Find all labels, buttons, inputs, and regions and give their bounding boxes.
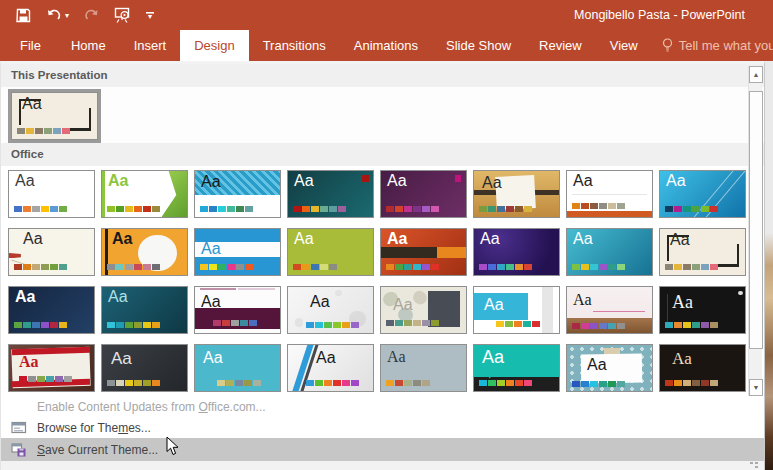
theme-thumbnail-office-27[interactable]: Aa [194, 344, 281, 392]
undo-dropdown-caret[interactable]: ▾ [65, 11, 69, 20]
color-swatch [143, 380, 151, 386]
color-swatch [32, 206, 40, 212]
color-swatch [231, 320, 239, 326]
theme-thumbnail-office-22[interactable]: Aa [473, 286, 560, 334]
theme-thumbnail-office-14[interactable]: Aa [473, 228, 560, 276]
theme-aa-sample: Aa [201, 174, 221, 190]
color-swatch [395, 264, 403, 270]
color-swatch [701, 264, 709, 270]
current-theme-selected[interactable]: Aa [8, 89, 101, 143]
color-swatch [218, 206, 226, 212]
theme-thumbnail-office-20[interactable]: Aa [287, 286, 374, 334]
color-swatch [581, 264, 589, 270]
theme-decor-shape [593, 311, 646, 312]
theme-aa-sample: Aa [393, 297, 413, 313]
color-swatch [209, 264, 217, 270]
theme-aa-sample: Aa [387, 349, 406, 365]
theme-decor-shape [162, 171, 188, 217]
theme-thumbnail-office-4[interactable]: Aa [287, 170, 374, 218]
theme-thumbnail-office-2[interactable]: Aa [101, 170, 188, 218]
tab-design[interactable]: Design [180, 30, 248, 61]
theme-thumbnail-office-30[interactable]: Aa [473, 344, 560, 392]
section-header-this-presentation: This Presentation [1, 64, 764, 87]
theme-color-swatches [479, 206, 532, 212]
theme-thumbnail-office-17[interactable]: Aa [8, 286, 95, 334]
theme-thumbnail-office-7[interactable]: Aa [566, 170, 653, 218]
scroll-down-button[interactable]: ▼ [749, 379, 763, 396]
theme-thumbnail-office-15[interactable]: Aa [566, 228, 653, 276]
theme-thumbnail-office-28[interactable]: Aa [287, 344, 374, 392]
theme-thumbnail-office-29[interactable]: Aa [380, 344, 467, 392]
tab-transitions[interactable]: Transitions [249, 30, 340, 61]
theme-thumbnail-office-6[interactable]: Aa [473, 170, 560, 218]
color-swatch [608, 264, 616, 270]
theme-thumbnail-office-13[interactable]: Aa [380, 228, 467, 276]
theme-thumbnail-office-26[interactable]: Aa [101, 344, 188, 392]
color-swatch [143, 322, 151, 328]
color-swatch [479, 380, 487, 386]
color-swatch [413, 380, 421, 386]
theme-thumbnail-office-5[interactable]: Aa [380, 170, 467, 218]
color-swatch [14, 264, 22, 270]
theme-thumbnail-office-11[interactable]: Aa [194, 228, 281, 276]
theme-aa-sample: Aa [310, 294, 330, 310]
theme-thumbnail-office-12[interactable]: Aa [287, 228, 374, 276]
color-swatch [116, 380, 124, 386]
start-from-beginning-icon[interactable] [114, 7, 131, 23]
color-swatch [244, 380, 252, 386]
scroll-up-button[interactable]: ▲ [749, 66, 763, 83]
theme-thumbnail-office-24[interactable]: Aa [659, 286, 746, 334]
theme-thumbnail-office-21[interactable]: Aa [380, 286, 467, 334]
section-header-office: Office [1, 143, 764, 166]
gallery-scrollbar[interactable]: ▲ ▼ [748, 66, 762, 396]
tab-view[interactable]: View [596, 30, 652, 61]
theme-thumbnail-office-31[interactable]: Aa [566, 344, 653, 392]
theme-thumbnail-office-3[interactable]: Aa [194, 170, 281, 218]
theme-color-swatches [386, 206, 439, 212]
color-swatch [404, 264, 412, 270]
tab-slide-show[interactable]: Slide Show [432, 30, 525, 61]
tab-animations[interactable]: Animations [340, 30, 432, 61]
theme-thumbnail-current[interactable]: Aa [11, 92, 98, 140]
theme-thumbnail-office-9[interactable]: Aa [8, 228, 95, 276]
color-swatch [209, 206, 217, 212]
menu-item-save-current-theme[interactable]: Save Current Theme... [1, 438, 764, 462]
save-icon[interactable] [16, 8, 31, 23]
color-swatch [386, 380, 394, 386]
theme-thumbnail-office-8[interactable]: Aa [659, 170, 746, 218]
tell-me-box[interactable]: Tell me what you wan [652, 30, 773, 61]
theme-thumbnail-office-16[interactable]: Aa [659, 228, 746, 276]
color-swatch [342, 322, 350, 328]
theme-aa-sample: Aa [672, 293, 693, 311]
theme-thumbnail-office-19[interactable]: Aa [194, 286, 281, 334]
theme-decor-shape [335, 290, 342, 296]
theme-thumbnail-office-25[interactable]: Aa [8, 344, 95, 392]
theme-thumbnail-office-32[interactable]: Aa [659, 344, 746, 392]
theme-thumbnail-office-23[interactable]: Aa [566, 286, 653, 334]
color-swatch [404, 320, 412, 326]
color-swatch [253, 380, 261, 386]
tab-review[interactable]: Review [525, 30, 596, 61]
color-swatch [665, 380, 673, 386]
theme-aa-sample: Aa [484, 297, 504, 313]
color-swatch [351, 380, 359, 386]
theme-thumbnail-office-10[interactable]: Aa [101, 228, 188, 276]
tab-insert[interactable]: Insert [120, 30, 181, 61]
resize-grip[interactable] [750, 462, 758, 468]
color-swatch [665, 206, 673, 212]
color-swatch [59, 264, 67, 270]
color-swatch [107, 264, 115, 270]
theme-thumbnail-office-18[interactable]: Aa [101, 286, 188, 334]
tab-file[interactable]: File [4, 30, 57, 61]
undo-button[interactable]: ▾ [46, 8, 69, 22]
theme-aa-sample: Aa [316, 350, 336, 366]
color-swatch [692, 380, 700, 386]
theme-decor-shape [411, 288, 430, 307]
customize-qat-icon[interactable]: ▾ [146, 12, 154, 19]
tab-home[interactable]: Home [57, 30, 120, 61]
color-swatch [710, 206, 718, 212]
theme-thumbnail-office-1[interactable]: Aa [8, 170, 95, 218]
scrollbar-thumb[interactable] [749, 91, 763, 349]
color-swatch [333, 380, 341, 386]
menu-item-browse-for-themes[interactable]: Browse for Themes... [1, 417, 764, 438]
